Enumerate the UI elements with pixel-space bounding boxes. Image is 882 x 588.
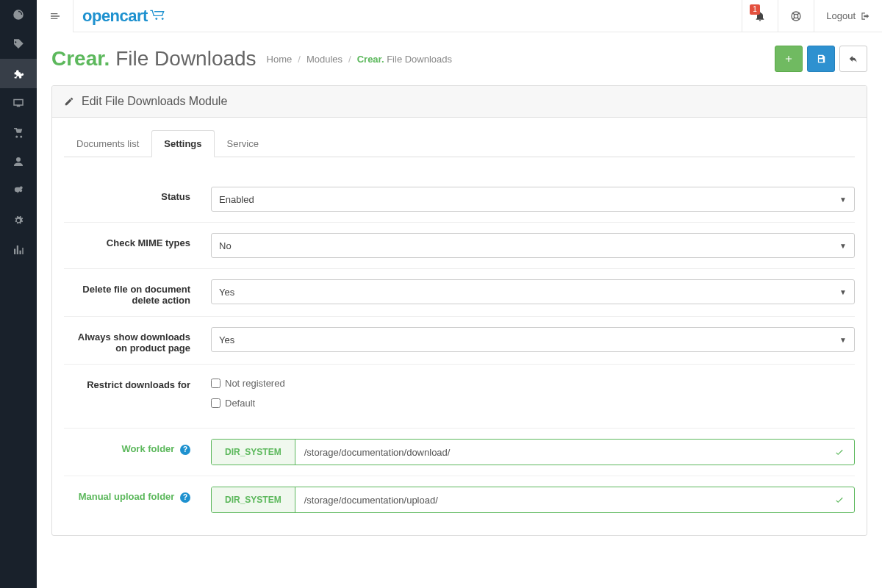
logo-text: opencart bbox=[82, 7, 148, 26]
select-always-show[interactable]: Yes ▼ bbox=[211, 327, 855, 352]
select-mime[interactable]: No ▼ bbox=[211, 233, 855, 258]
svg-point-3 bbox=[795, 14, 798, 18]
label-delete-file: Delete file on document delete action bbox=[64, 279, 211, 306]
help-icon[interactable]: ? bbox=[180, 492, 190, 503]
save-button[interactable] bbox=[807, 46, 835, 72]
page-header: Crear. File Downloads Home / Modules / C… bbox=[51, 46, 867, 72]
check-icon bbox=[825, 440, 854, 465]
checkbox-not-registered[interactable]: Not registered bbox=[211, 378, 855, 389]
sidebar-customers[interactable] bbox=[0, 147, 37, 176]
pencil-icon bbox=[64, 96, 74, 107]
logout-button[interactable]: Logout bbox=[814, 0, 882, 32]
tab-documents-list[interactable]: Documents list bbox=[64, 130, 151, 157]
input-upload-folder[interactable]: DIR_SYSTEM /storage/documentation/upload… bbox=[211, 487, 855, 513]
logo[interactable]: opencart bbox=[82, 7, 170, 26]
select-status[interactable]: Enabled ▼ bbox=[211, 187, 855, 212]
checkbox-default[interactable]: Default bbox=[211, 398, 855, 409]
notification-badge: 1 bbox=[750, 4, 760, 15]
menu-toggle-icon[interactable] bbox=[37, 0, 74, 32]
edit-panel: Edit File Downloads Module Documents lis… bbox=[51, 85, 867, 536]
breadcrumb-current: Crear. File Downloads bbox=[357, 54, 452, 65]
breadcrumb-modules[interactable]: Modules bbox=[306, 54, 343, 65]
cart-icon bbox=[149, 8, 170, 24]
sidebar-system[interactable] bbox=[0, 206, 37, 235]
sidebar-dashboard[interactable] bbox=[0, 0, 37, 29]
check-icon bbox=[825, 487, 854, 512]
reply-icon bbox=[848, 54, 858, 64]
help-icon[interactable]: ? bbox=[180, 445, 190, 455]
plus-icon bbox=[784, 54, 794, 64]
svg-point-1 bbox=[162, 18, 164, 20]
life-ring-icon bbox=[790, 10, 802, 22]
sidebar-extensions[interactable] bbox=[0, 59, 37, 88]
page-title: Crear. File Downloads bbox=[51, 47, 257, 71]
chevron-down-icon: ▼ bbox=[839, 242, 847, 250]
label-status: Status bbox=[64, 187, 211, 202]
main-sidebar bbox=[0, 0, 37, 588]
panel-heading: Edit File Downloads Module bbox=[52, 86, 867, 118]
sidebar-marketing[interactable] bbox=[0, 176, 37, 206]
topbar: opencart 1 Logout bbox=[37, 0, 882, 32]
logout-label: Logout bbox=[826, 10, 856, 21]
select-delete-file[interactable]: Yes ▼ bbox=[211, 279, 855, 304]
input-work-folder[interactable]: DIR_SYSTEM /storage/documentation/downlo… bbox=[211, 439, 855, 465]
tab-service[interactable]: Service bbox=[215, 130, 271, 157]
svg-point-0 bbox=[155, 18, 157, 20]
breadcrumb-home[interactable]: Home bbox=[267, 54, 293, 65]
sidebar-sales[interactable] bbox=[0, 118, 37, 147]
tab-settings[interactable]: Settings bbox=[151, 130, 214, 157]
notifications-button[interactable]: 1 bbox=[742, 0, 778, 32]
tabs: Documents list Settings Service bbox=[64, 129, 855, 157]
sidebar-reports[interactable] bbox=[0, 235, 37, 265]
chevron-down-icon: ▼ bbox=[839, 336, 847, 344]
breadcrumb: Home / Modules / Crear. File Downloads bbox=[267, 54, 452, 65]
save-icon bbox=[816, 54, 826, 64]
help-button[interactable] bbox=[778, 0, 814, 32]
label-upload-folder: Manual upload folder ? bbox=[64, 487, 211, 503]
sidebar-design[interactable] bbox=[0, 88, 37, 118]
sidebar-catalog[interactable] bbox=[0, 29, 37, 59]
label-mime: Check MIME types bbox=[64, 233, 211, 248]
chevron-down-icon: ▼ bbox=[839, 288, 847, 296]
back-button[interactable] bbox=[839, 46, 867, 72]
label-always-show: Always show downloads on product page bbox=[64, 327, 211, 354]
sign-out-icon bbox=[860, 11, 870, 21]
add-button[interactable] bbox=[775, 46, 803, 72]
label-restrict: Restrict downloads for bbox=[64, 375, 211, 390]
label-work-folder: Work folder ? bbox=[64, 439, 211, 455]
chevron-down-icon: ▼ bbox=[839, 196, 847, 204]
